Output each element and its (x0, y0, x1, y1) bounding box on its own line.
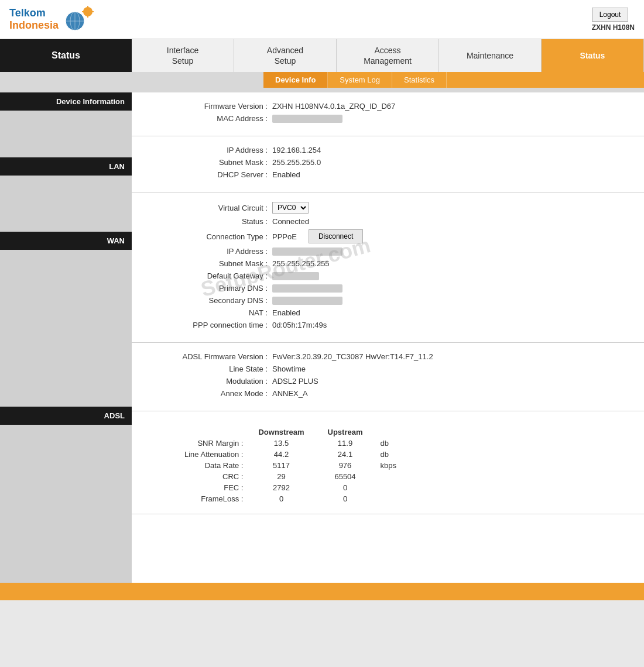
col-header-blank (179, 427, 246, 438)
adsl-stat-downstream-4: 2792 (246, 482, 316, 493)
telkom-logo-icon (63, 5, 98, 34)
dhcp-server-label: DHCP Server : (143, 170, 272, 179)
header: Telkom Indonesia (0, 0, 644, 39)
nav-status[interactable]: Status (542, 39, 644, 72)
adsl-stats-table: Downstream Upstream SNR Margin : 13.5 11… (179, 427, 402, 504)
dhcp-server-row: DHCP Server : Enabled (143, 170, 632, 179)
nav-status-label: Status (580, 50, 605, 61)
secondary-dns-label: Secondary DNS : (143, 296, 272, 305)
default-gateway-value (272, 272, 319, 280)
svg-point-2 (83, 7, 93, 16)
connection-type-label: Connection Type : (143, 232, 272, 241)
logout-button[interactable]: Logout (592, 8, 629, 22)
device-information-section: Firmware Version : ZXHN H108NV4.0.1a_ZRQ… (132, 92, 644, 136)
virtual-circuit-select[interactable]: PVC0 PVC1 PVC2 PVC3 PVC4 PVC5 PVC6 PVC7 (272, 202, 309, 214)
sidebar-wan-spacer (0, 250, 132, 407)
wan-subnet-row: Subnet Mask : 255.255.255.255 (143, 259, 632, 268)
nat-label: NAT : (143, 308, 272, 317)
adsl-stat-unit-0: db (374, 438, 402, 449)
sidebar-wan: WAN (0, 232, 132, 250)
col-header-downstream: Downstream (246, 427, 316, 438)
nav-bar: Status InterfaceSetup AdvancedSetup Acce… (0, 39, 644, 72)
mac-address-label: MAC Address : (143, 114, 272, 123)
sidebar-lan-spacer (0, 176, 132, 232)
lan-subnet-row: Subnet Mask : 255.255.255.0 (143, 158, 632, 167)
adsl-section: ADSL Firmware Version : FwVer:3.20.39.20… (132, 343, 644, 411)
wan-section: SetupRouter.com Virtual Circuit : PVC0 P… (132, 192, 644, 343)
nav-advanced-setup[interactable]: AdvancedSetup (234, 39, 337, 72)
sidebar-adsl-stats-spacer (0, 472, 132, 583)
nav-maintenance[interactable]: Maintenance (439, 39, 542, 72)
modulation-value: ADSL2 PLUS (272, 377, 318, 386)
adsl-stat-unit-1: db (374, 449, 402, 460)
brand-line2: Indonesia (9, 19, 59, 32)
adsl-stats-row: FEC : 2792 0 (179, 482, 402, 493)
lan-section: IP Address : 192.168.1.254 Subnet Mask :… (132, 136, 644, 192)
sidebar-device-spacer (0, 111, 132, 157)
content-wrapper: Device Information LAN WAN ADSL Firmware… (0, 92, 644, 583)
adsl-stat-upstream-5: 0 (316, 493, 375, 504)
firmware-version-label: Firmware Version : (143, 102, 272, 111)
sub-nav: Device Info System Log Statistics (263, 72, 644, 88)
line-state-label: Line State : (143, 365, 272, 373)
adsl-stat-downstream-2: 5117 (246, 460, 316, 471)
secondary-dns-row: Secondary DNS : (143, 296, 632, 305)
sidebar-adsl: ADSL (0, 407, 132, 425)
adsl-firmware-label: ADSL Firmware Version : (143, 352, 272, 361)
default-gateway-label: Default Gateway : (143, 271, 272, 280)
adsl-stat-unit-3 (374, 471, 402, 482)
ppp-connection-time-label: PPP connection time : (143, 321, 272, 329)
lan-subnet-value: 255.255.255.0 (272, 158, 321, 167)
line-state-row: Line State : Showtime (143, 365, 632, 373)
wan-status-value: Connected (272, 217, 309, 226)
col-header-unit (374, 427, 402, 438)
adsl-stat-upstream-4: 0 (316, 482, 375, 493)
wan-status-row: Status : Connected (143, 217, 632, 226)
adsl-stat-label-1: Line Attenuation : (179, 449, 246, 460)
sub-tab-device-info-label: Device Info (275, 75, 316, 84)
adsl-stat-label-5: FrameLoss : (179, 493, 246, 504)
wan-ip-label: IP Address : (143, 247, 272, 256)
adsl-stats-row: FrameLoss : 0 0 (179, 493, 402, 504)
annex-mode-value: ANNEX_A (272, 389, 308, 398)
logo-text: Telkom Indonesia (9, 7, 59, 32)
sub-tab-statistics-label: Statistics (404, 75, 434, 84)
sub-tab-system-log[interactable]: System Log (328, 72, 392, 88)
wan-status-label: Status : (143, 217, 272, 226)
adsl-stats-table-wrapper: Downstream Upstream SNR Margin : 13.5 11… (179, 427, 632, 504)
nav-interface-setup-label: InterfaceSetup (167, 45, 198, 66)
modulation-label: Modulation : (143, 377, 272, 386)
adsl-stat-unit-5 (374, 493, 402, 504)
adsl-stats-row: Line Attenuation : 44.2 24.1 db (179, 449, 402, 460)
firmware-version-row: Firmware Version : ZXHN H108NV4.0.1a_ZRQ… (143, 102, 632, 111)
sidebar: Device Information LAN WAN ADSL (0, 92, 132, 583)
nav-maintenance-label: Maintenance (467, 50, 513, 61)
annex-mode-label: Annex Mode : (143, 389, 272, 398)
sub-tab-statistics[interactable]: Statistics (392, 72, 447, 88)
adsl-stat-label-2: Data Rate : (179, 460, 246, 471)
wan-ip-value (272, 247, 342, 256)
connection-type-row: Connection Type : PPPoE Disconnect (143, 229, 632, 243)
mac-address-row: MAC Address : (143, 114, 632, 123)
adsl-firmware-row: ADSL Firmware Version : FwVer:3.20.39.20… (143, 352, 632, 361)
wan-subnet-label: Subnet Mask : (143, 259, 272, 268)
lan-subnet-label: Subnet Mask : (143, 158, 272, 167)
brand-line1: Telkom (9, 7, 59, 19)
device-name: ZXHN H108N (592, 23, 635, 32)
sub-tab-device-info[interactable]: Device Info (263, 72, 328, 88)
wan-subnet-value: 255.255.255.255 (272, 259, 330, 268)
adsl-stat-label-4: FEC : (179, 482, 246, 493)
disconnect-button[interactable]: Disconnect (309, 229, 363, 243)
nat-row: NAT : Enabled (143, 308, 632, 317)
logo-area: Telkom Indonesia (9, 5, 98, 34)
nav-access-management[interactable]: AccessManagement (337, 39, 439, 72)
adsl-stat-upstream-3: 65504 (316, 471, 375, 482)
sidebar-adsl-spacer (0, 425, 132, 472)
nav-interface-setup[interactable]: InterfaceSetup (132, 39, 234, 72)
mac-address-value (272, 115, 342, 123)
col-header-upstream: Upstream (316, 427, 375, 438)
adsl-stats-section: Downstream Upstream SNR Margin : 13.5 11… (132, 411, 644, 514)
primary-dns-label: Primary DNS : (143, 284, 272, 293)
line-state-value: Showtime (272, 365, 306, 373)
virtual-circuit-label: Virtual Circuit : (143, 204, 272, 212)
